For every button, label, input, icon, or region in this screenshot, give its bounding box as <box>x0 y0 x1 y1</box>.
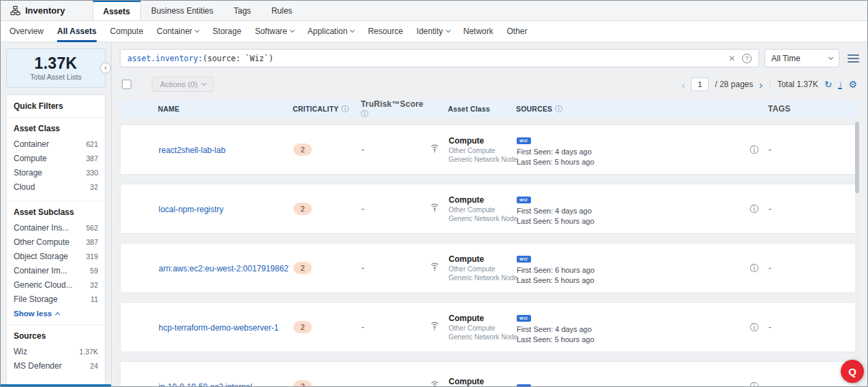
last-seen-label: Last Seen: 5 hours ago <box>517 157 740 167</box>
table-row: ip-10-0-19-50.ec2.internal 2 - <box>120 361 859 386</box>
inventory-icon <box>10 5 20 16</box>
subnav-compute[interactable]: Compute <box>110 21 144 42</box>
asset-class-cell: Compute Other Compute Generic Network No… <box>445 314 513 341</box>
actions-button[interactable]: Actions (0) <box>152 77 214 92</box>
clear-search-icon[interactable]: ✕ <box>728 54 735 63</box>
row-info-icon[interactable]: ⓘ <box>750 145 759 155</box>
asset-name-link[interactable]: react2shell-lab-lab <box>159 146 225 155</box>
trurisk-score-value: - <box>357 382 425 386</box>
assets-main: asset.inventory: (source: `Wiz`) ✕ ? All… <box>112 42 867 386</box>
filter-item[interactable]: File Storage 11 <box>14 292 98 306</box>
trurisk-score-value: - <box>357 322 425 332</box>
header-name[interactable]: NAME <box>154 105 289 113</box>
header-trurisk-score[interactable]: TruRisk™Score ⓘ <box>357 100 425 119</box>
row-info-icon[interactable]: ⓘ <box>750 263 759 273</box>
asset-name-link[interactable]: hcp-terraform-demo-webserver-1 <box>159 323 278 333</box>
assets-subnav: Overview All Assets Compute Container St… <box>1 21 867 42</box>
sidebar-collapse-button[interactable]: ‹ <box>100 63 111 73</box>
tags-cell: - <box>765 382 858 386</box>
row-info-icon[interactable]: ⓘ <box>750 322 759 333</box>
filter-count: 319 <box>86 252 98 260</box>
subnav-storage[interactable]: Storage <box>212 21 241 42</box>
tab-tags[interactable]: Tags <box>223 1 261 20</box>
subnav-overview[interactable]: Overview <box>10 21 44 42</box>
row-info-icon[interactable]: ⓘ <box>750 382 759 387</box>
asset-subclass-section: Asset Subclass Container Ins... 562 Othe… <box>7 201 105 324</box>
last-seen-label: Last Seen: 5 hours ago <box>517 275 740 286</box>
filter-count: 32 <box>90 183 98 191</box>
tab-rules[interactable]: Rules <box>261 1 303 20</box>
inventory-app: Inventory Assets Business Entities Tags … <box>0 0 868 387</box>
chevron-down-icon <box>195 28 199 33</box>
next-page-icon[interactable]: › <box>759 79 762 90</box>
quick-filters-title: Quick Filters <box>7 95 105 118</box>
asset-subclass-title: Asset Subclass <box>14 207 98 217</box>
header-criticality[interactable]: CRITICALITY ⓘ <box>289 104 357 114</box>
query-field-token: asset.inventory: <box>127 54 203 63</box>
header-asset-class[interactable]: Asset Class <box>444 105 512 113</box>
subnav-network[interactable]: Network <box>464 21 494 42</box>
time-range-select[interactable]: All Time <box>765 49 839 67</box>
asset-class-value: Compute <box>449 136 509 146</box>
filter-item[interactable]: Other Compute 387 <box>14 235 98 249</box>
filter-item[interactable]: Object Storage 319 <box>14 249 98 263</box>
filter-count: 562 <box>86 224 98 232</box>
tab-assets[interactable]: Assets <box>93 1 141 20</box>
header-tags[interactable]: TAGS <box>764 104 859 114</box>
scrollbar-thumb[interactable] <box>855 122 859 193</box>
download-icon[interactable]: ↓ <box>838 80 842 89</box>
subnav-resource[interactable]: Resource <box>368 21 402 42</box>
subnav-container[interactable]: Container <box>157 21 199 42</box>
asset-class-value: Compute <box>449 377 509 386</box>
info-icon[interactable]: ⓘ <box>555 104 562 114</box>
settings-gear-icon[interactable]: ⚙ <box>848 80 857 89</box>
criticality-badge: 2 <box>293 262 312 274</box>
header-sources[interactable]: SOURCES ⓘ <box>512 104 743 114</box>
qualys-assistant-button[interactable]: Q <box>841 360 864 383</box>
filter-item[interactable]: Generic Cloud... 32 <box>14 277 98 292</box>
menu-icon[interactable] <box>848 54 859 63</box>
select-all-checkbox[interactable] <box>122 80 131 89</box>
assets-table: NAME CRITICALITY ⓘ TruRisk™Score ⓘ Asset… <box>120 100 859 386</box>
subnav-identity[interactable]: Identity <box>417 21 450 42</box>
wiz-source-badge: WIZ <box>517 137 531 144</box>
table-header: NAME CRITICALITY ⓘ TruRisk™Score ⓘ Asset… <box>120 100 859 118</box>
subnav-software[interactable]: Software <box>255 21 293 42</box>
info-icon[interactable]: ⓘ <box>342 104 349 114</box>
wiz-source-badge: WIZ <box>517 197 531 203</box>
query-search-input[interactable]: asset.inventory: (source: `Wiz`) ✕ ? <box>120 49 759 67</box>
asset-name-link[interactable]: ip-10-0-19-50.ec2.internal <box>159 382 252 386</box>
pages-total-label: / 28 pages <box>715 80 753 89</box>
filter-item[interactable]: Storage 330 <box>14 165 98 180</box>
filter-item[interactable]: Compute 387 <box>14 151 98 165</box>
filter-item[interactable]: Container Ins... 562 <box>14 220 98 235</box>
row-info-icon[interactable]: ⓘ <box>750 204 759 214</box>
filter-item[interactable]: MS Defender 24 <box>14 358 98 373</box>
network-node-icon <box>430 144 440 154</box>
info-icon[interactable]: ⓘ <box>361 110 368 118</box>
asset-name-link[interactable]: local-npm-registry <box>159 205 223 214</box>
page-number-input[interactable]: 1 <box>691 78 709 91</box>
filter-item[interactable]: Container 621 <box>14 137 98 151</box>
table-scrollbar[interactable] <box>855 122 859 386</box>
asset-name-link[interactable]: arn:aws:ec2:eu-west-2:00179198627... <box>159 264 289 273</box>
asset-rows: react2shell-lab-lab 2 - <box>120 124 859 386</box>
subnav-all-assets[interactable]: All Assets <box>57 21 97 42</box>
filter-item[interactable]: Cloud 32 <box>14 180 98 194</box>
last-seen-label: Last Seen: 5 hours ago <box>517 216 740 226</box>
filter-count: 1.37K <box>80 348 98 356</box>
show-less-link[interactable]: Show less <box>14 309 98 318</box>
filter-item[interactable]: Container Im... 59 <box>14 263 98 277</box>
total-assets-card: 1.37K Total Asset Lists ‹ <box>6 48 106 88</box>
refresh-icon[interactable]: ↻ <box>824 80 833 89</box>
subnav-application[interactable]: Application <box>308 21 355 42</box>
tab-business-entities[interactable]: Business Entities <box>141 1 223 20</box>
tags-cell: - <box>765 263 858 273</box>
search-help-icon[interactable]: ? <box>742 54 752 63</box>
tags-cell: - <box>765 145 858 154</box>
filter-item[interactable]: Wiz 1.37K <box>14 344 98 358</box>
previous-page-icon[interactable]: ‹ <box>681 79 685 90</box>
subnav-other[interactable]: Other <box>507 21 528 42</box>
sources-section: Sources Wiz 1.37K MS Defender 24 <box>7 324 105 380</box>
asset-class-cell: Compute Other Compute Generic Network No… <box>445 136 513 163</box>
